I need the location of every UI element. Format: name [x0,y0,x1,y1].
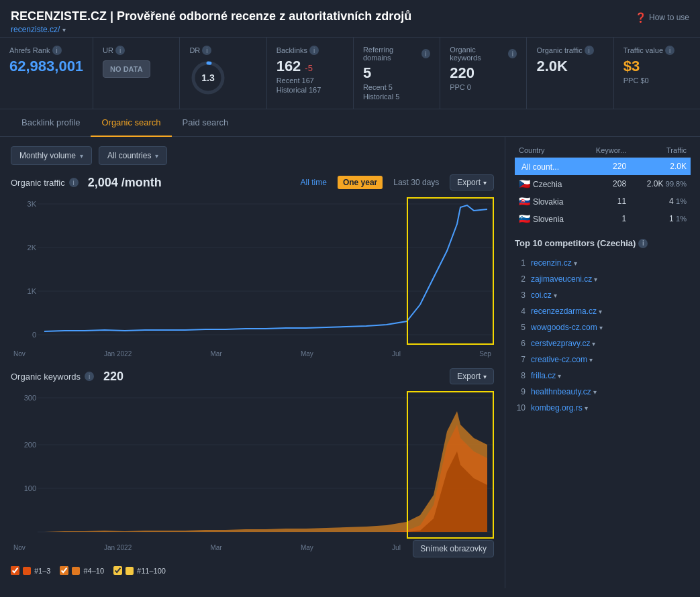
time-all-time[interactable]: All time [298,176,330,188]
metric-backlinks: Backlinks i 162 -5 Recent 167 Historical… [267,38,354,109]
chevron-down-icon-comp: ▾ [558,372,561,380]
chevron-down-icon-2: ▾ [155,152,158,160]
country-table: Country Keywor... Traffic All count... 2… [515,144,691,227]
svg-text:2K: 2K [28,243,37,252]
legend-color-11-100 [126,567,134,575]
metric-ur: UR i NO DATA [93,38,180,109]
legend-checkbox-1-3[interactable] [11,566,19,575]
country-table-row[interactable]: All count... 220 2.0K [515,158,691,176]
country-table-row[interactable]: 🇸🇰Slovakia 11 4 1% [515,193,691,210]
legend-color-1-3 [23,567,31,575]
chevron-down-icon-comp: ▾ [599,308,602,315]
export-traffic-button[interactable]: Export ▾ [450,174,494,191]
organic-keywords-value: 220 [450,64,517,82]
competitor-link[interactable]: healthnbeauty.cz ▾ [531,387,597,396]
traffic-section-header: Organic traffic i 2,004 /month All time … [11,174,494,191]
export-keywords-button[interactable]: Export ▾ [450,368,494,384]
competitor-number: 2 [515,274,526,284]
competitors-heading: Top 10 competitors (Czechia) i [515,238,691,248]
tab-organic-search[interactable]: Organic search [91,109,171,137]
monthly-volume-dropdown[interactable]: Monthly volume ▾ [11,146,92,165]
dropdown-arrow-icon[interactable]: ▾ [62,26,66,34]
nav-tabs: Backlink profile Organic search Paid sea… [0,109,700,137]
competitor-link[interactable]: recenzin.cz ▾ [531,258,577,268]
legend-item-1-3: #1–3 [11,566,50,575]
competitor-item: 2 zajimaveuceni.cz ▾ [515,271,691,287]
info-icon-traffic[interactable]: i [69,178,79,187]
svg-text:1.3: 1.3 [202,72,215,83]
competitor-number: 4 [515,307,526,316]
competitor-item: 3 coi.cz ▾ [515,287,691,303]
ok-sub1: PPC 0 [450,83,517,91]
competitor-number: 8 [515,371,526,380]
tab-backlink-profile[interactable]: Backlink profile [11,109,91,137]
site-url[interactable]: recenziste.cz/ ▾ [11,25,411,34]
metric-dr: DR i 1.3 [180,38,266,109]
chevron-down-icon-export: ▾ [483,179,487,186]
no-data-badge: NO DATA [103,60,150,78]
legend-checkbox-11-100[interactable] [113,566,122,575]
traffic-value-value: $3 [623,58,691,75]
keywords-chart: 300 200 100 Snímek obrazovky [11,391,494,539]
metric-ahrefs-rank: Ahrefs Rank i 62,983,001 [0,38,93,109]
header: RECENZISTE.CZ | Prověřené odborné recenz… [0,0,700,38]
svg-text:200: 200 [24,441,36,449]
keywords-section-title: Organic keywords [11,372,81,382]
info-icon-ot[interactable]: i [585,46,594,55]
info-icon-ur[interactable]: i [115,46,125,55]
competitor-item: 1 recenzin.cz ▾ [515,255,691,271]
ahrefs-rank-value: 62,983,001 [9,58,83,75]
metric-organic-traffic: Organic traffic i 2.0K [527,38,613,109]
legend-item-11-100: #11–100 [113,566,166,575]
left-panel: Monthly volume ▾ All countries ▾ Organic… [0,137,505,588]
info-icon-keywords[interactable]: i [85,372,94,381]
info-icon-ok[interactable]: i [508,49,517,58]
competitor-link[interactable]: recenzezdarma.cz ▾ [531,307,602,316]
chevron-down-icon-comp: ▾ [593,388,597,396]
competitors-list: 1 recenzin.cz ▾ 2 zajimaveuceni.cz ▾ 3 c… [515,255,691,416]
competitor-number: 6 [515,339,526,348]
competitor-item: 7 creative-cz.com ▾ [515,351,691,368]
legend-checkbox-4-10[interactable] [60,566,68,575]
time-one-year[interactable]: One year [338,176,383,189]
info-icon[interactable]: i [52,46,62,55]
question-icon: ❓ [635,12,646,23]
referring-domains-value: 5 [363,64,430,82]
info-icon-backlinks[interactable]: i [309,46,319,55]
page-title: RECENZISTE.CZ | Prověřené odborné recenz… [11,9,411,23]
traffic-section-title: Organic traffic [11,178,65,188]
svg-text:1K: 1K [28,287,37,295]
svg-text:300: 300 [24,394,36,402]
info-icon-dr[interactable]: i [202,46,211,55]
country-table-row[interactable]: 🇨🇿Czechia 208 2.0K 99.8% [515,175,691,193]
country-table-row[interactable]: 🇸🇮Slovenia 1 1 1% [515,210,691,227]
backlinks-sub2: Historical 167 [277,86,344,94]
competitor-link[interactable]: wowgoods-cz.com ▾ [531,323,603,332]
keywords-section-header: Organic keywords i 220 Export ▾ [11,368,494,384]
metric-referring-domains: Referring domains i 5 Recent 5 Historica… [354,38,440,109]
traffic-chart-svg: 3K 2K 1K 0 [11,197,494,345]
how-to-use-button[interactable]: ❓ How to use [635,12,689,23]
info-icon-competitors[interactable]: i [638,239,648,248]
competitor-link[interactable]: cerstvezpravy.cz ▾ [531,339,595,348]
keywords-count: 220 [103,370,123,384]
svg-text:0: 0 [32,331,36,339]
svg-text:3K: 3K [28,200,37,208]
competitor-link[interactable]: zajimaveuceni.cz ▾ [531,274,597,284]
chevron-down-icon-comp: ▾ [592,340,595,347]
all-countries-dropdown[interactable]: All countries ▾ [99,146,167,165]
competitor-link[interactable]: frilla.cz ▾ [531,371,561,380]
info-icon-rd[interactable]: i [421,49,430,58]
time-last-30-days[interactable]: Last 30 days [391,176,442,188]
competitor-link[interactable]: coi.cz ▾ [531,290,557,300]
metric-organic-keywords: Organic keywords i 220 PPC 0 [440,38,527,109]
competitor-link[interactable]: kombeg.org.rs ▾ [531,403,588,413]
tab-paid-search[interactable]: Paid search [172,109,240,137]
competitor-item: 5 wowgoods-cz.com ▾ [515,319,691,335]
info-icon-tv[interactable]: i [665,46,674,55]
chevron-down-icon: ▾ [80,152,83,160]
chevron-down-icon-comp: ▾ [589,356,593,364]
competitor-link[interactable]: creative-cz.com ▾ [531,355,593,364]
legend-color-4-10 [72,567,80,575]
competitor-item: 6 cerstvezpravy.cz ▾ [515,335,691,351]
